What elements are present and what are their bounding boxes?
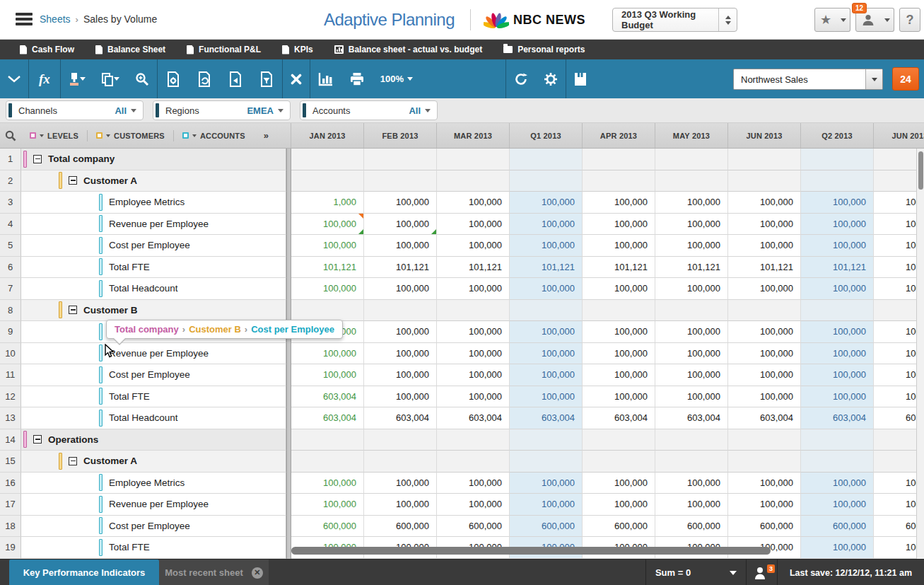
data-cell[interactable]: 100,000 bbox=[583, 343, 655, 365]
pane-splitter[interactable] bbox=[286, 386, 291, 408]
data-cell[interactable] bbox=[437, 429, 510, 451]
data-cell[interactable]: 100,000 bbox=[801, 473, 874, 494]
data-cell[interactable]: 100,000 bbox=[583, 192, 655, 214]
data-cell[interactable]: 100,000 bbox=[364, 473, 437, 494]
data-cell[interactable]: 603,004 bbox=[437, 407, 510, 429]
data-cell[interactable]: 100,000 bbox=[728, 278, 801, 300]
sheet-tab[interactable]: Functional P&L bbox=[187, 45, 261, 54]
row-number[interactable]: 6 bbox=[0, 257, 21, 279]
month-column-header[interactable]: JAN 2013 bbox=[291, 123, 364, 148]
budget-stepper[interactable] bbox=[718, 8, 737, 31]
data-cell[interactable]: 100,000 bbox=[291, 494, 364, 516]
data-cell[interactable]: 100,000 bbox=[291, 235, 364, 257]
data-cell[interactable]: 100,000 bbox=[655, 192, 728, 214]
data-cell[interactable]: 100,000 bbox=[583, 214, 655, 236]
comments-button[interactable]: 24 bbox=[892, 67, 919, 91]
delete-button[interactable] bbox=[283, 59, 310, 98]
sheet-view-dropdown[interactable] bbox=[865, 69, 882, 89]
vertical-scrollbar-thumb[interactable] bbox=[918, 151, 923, 190]
data-cell[interactable]: 100,000 bbox=[583, 386, 655, 408]
sheet-settings-button[interactable] bbox=[158, 59, 189, 98]
data-cell[interactable]: 100,000 bbox=[801, 494, 874, 516]
pane-splitter[interactable] bbox=[286, 537, 291, 559]
data-cell[interactable]: 603,004 bbox=[291, 407, 364, 429]
data-cell[interactable] bbox=[655, 451, 728, 473]
month-column-header[interactable]: JUN 2013 bbox=[728, 123, 801, 148]
data-cell[interactable]: 100,000 bbox=[437, 278, 510, 300]
data-cell[interactable]: 101,121 bbox=[583, 257, 655, 279]
pane-splitter[interactable] bbox=[286, 192, 291, 214]
data-cell[interactable]: 100,000 bbox=[801, 278, 874, 300]
row-number[interactable]: 15 bbox=[0, 451, 21, 473]
column-group-header-levels[interactable]: LEVELS bbox=[21, 130, 88, 141]
data-cell[interactable]: 100,000 bbox=[364, 278, 437, 300]
row-label-cell[interactable]: Employee Metrics bbox=[21, 192, 286, 214]
column-group-header-customers[interactable]: CUSTOMERS bbox=[88, 130, 174, 141]
data-cell[interactable]: 101,121 bbox=[437, 257, 510, 279]
data-cell[interactable]: 100,000 bbox=[801, 321, 874, 343]
row-label-cell[interactable]: Cost per Employee bbox=[21, 364, 286, 386]
data-cell[interactable]: 100,000 bbox=[291, 473, 364, 494]
data-cell[interactable] bbox=[437, 451, 510, 473]
data-cell[interactable]: 100,000 bbox=[655, 386, 728, 408]
data-cell[interactable] bbox=[510, 429, 583, 451]
data-cell[interactable]: 100,000 bbox=[364, 192, 437, 214]
search-button[interactable] bbox=[0, 130, 21, 141]
data-cell[interactable]: 600,000 bbox=[510, 516, 583, 538]
user-dropdown-button[interactable] bbox=[880, 8, 894, 32]
data-cell[interactable] bbox=[364, 429, 437, 451]
data-cell[interactable] bbox=[510, 149, 583, 170]
data-cell[interactable] bbox=[583, 149, 655, 170]
row-number[interactable]: 12 bbox=[0, 386, 21, 408]
month-column-header[interactable]: MAY 2013 bbox=[655, 123, 728, 148]
row-label-cell[interactable]: Customer A bbox=[21, 451, 286, 473]
pane-splitter[interactable] bbox=[286, 257, 291, 279]
data-cell[interactable] bbox=[510, 170, 583, 192]
data-cell[interactable]: 100,000 bbox=[583, 494, 655, 516]
data-cell[interactable]: 100,000 bbox=[437, 321, 510, 343]
data-cell[interactable]: 101,121 bbox=[655, 257, 728, 279]
month-column-header[interactable]: FEB 2013 bbox=[364, 123, 437, 148]
data-cell[interactable] bbox=[801, 429, 874, 451]
pane-splitter[interactable] bbox=[286, 516, 291, 538]
pane-splitter[interactable] bbox=[286, 343, 291, 365]
copy-button[interactable] bbox=[93, 59, 127, 98]
data-cell[interactable]: 100,000 bbox=[728, 235, 801, 257]
data-cell[interactable]: 100,000 bbox=[728, 192, 801, 214]
row-label-cell[interactable]: Revenue per Employee bbox=[21, 494, 286, 516]
data-cell[interactable] bbox=[291, 451, 364, 473]
pane-splitter[interactable] bbox=[286, 494, 291, 516]
data-cell[interactable]: 1,000 bbox=[291, 192, 364, 214]
data-cell[interactable] bbox=[728, 429, 801, 451]
chart-button[interactable] bbox=[310, 59, 341, 98]
collapse-icon[interactable] bbox=[69, 306, 77, 314]
save-button[interactable] bbox=[566, 59, 595, 98]
data-cell[interactable]: 100,000 bbox=[437, 364, 510, 386]
sheet-tab[interactable]: KPIs bbox=[282, 45, 313, 54]
notification-badge[interactable]: 12 bbox=[852, 3, 867, 13]
data-cell[interactable]: 100,000 bbox=[583, 364, 655, 386]
sheet-tab[interactable]: Balance sheet - actual vs. budget bbox=[334, 45, 482, 54]
data-cell[interactable]: 100,000 bbox=[437, 235, 510, 257]
data-cell[interactable]: 100,000 bbox=[655, 214, 728, 236]
pane-splitter[interactable] bbox=[286, 278, 291, 300]
data-cell[interactable]: 600,000 bbox=[364, 516, 437, 538]
budget-version-select[interactable]: 2013 Q3 Working Budget bbox=[612, 8, 737, 32]
data-cell[interactable] bbox=[364, 149, 437, 170]
data-cell[interactable]: 600,000 bbox=[728, 516, 801, 538]
row-number[interactable]: 16 bbox=[0, 473, 21, 494]
data-cell[interactable] bbox=[291, 429, 364, 451]
data-cell[interactable] bbox=[728, 170, 801, 192]
sheet-tab[interactable]: Cash Flow bbox=[20, 45, 74, 54]
pane-splitter[interactable] bbox=[286, 300, 291, 322]
data-cell[interactable]: 603,004 bbox=[801, 407, 874, 429]
row-number[interactable]: 1 bbox=[0, 149, 21, 170]
data-cell[interactable]: 600,000 bbox=[583, 516, 655, 538]
sheet-view-select[interactable]: Northwest Sales bbox=[733, 69, 883, 90]
row-number[interactable]: 13 bbox=[0, 407, 21, 429]
data-cell[interactable] bbox=[510, 451, 583, 473]
data-cell[interactable] bbox=[655, 300, 728, 322]
refresh-button[interactable] bbox=[506, 59, 536, 98]
data-cell[interactable]: 100,000 bbox=[801, 235, 874, 257]
data-cell[interactable]: 100,000 bbox=[728, 364, 801, 386]
